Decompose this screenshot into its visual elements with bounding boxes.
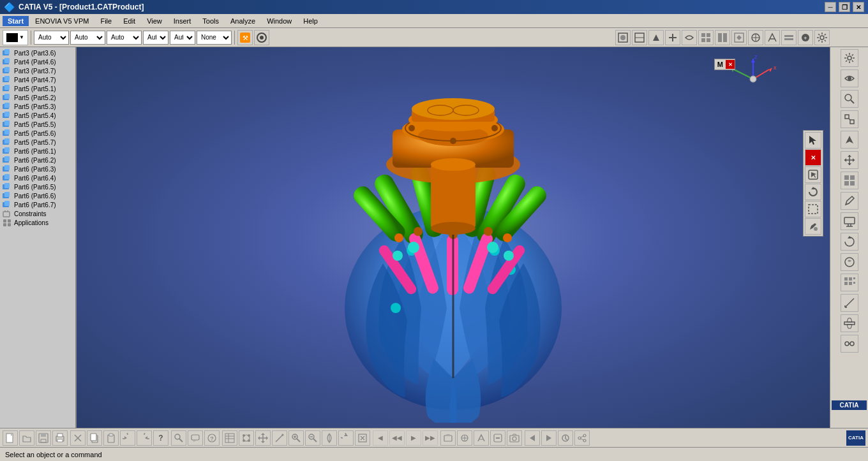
- tree-item-part5-6[interactable]: Part5 (Part5.6): [0, 129, 75, 138]
- menu-analyze[interactable]: Analyze: [225, 16, 260, 26]
- tb2-icon-11[interactable]: [781, 30, 797, 45]
- tb2-icon-9[interactable]: [748, 30, 763, 45]
- rp-arrows-button[interactable]: [841, 151, 858, 169]
- minimize-button[interactable]: ─: [825, 2, 836, 12]
- menu-edit[interactable]: Edit: [118, 16, 140, 26]
- bt-nav-right[interactable]: [541, 430, 557, 446]
- menu-window[interactable]: Window: [262, 16, 297, 26]
- menu-start[interactable]: Start: [3, 16, 29, 26]
- bt-constraint-2[interactable]: ◀◀: [389, 430, 405, 446]
- rp-grid-button[interactable]: [841, 172, 858, 189]
- bt-object-btn-1[interactable]: [440, 430, 456, 446]
- tree-item-part5-2[interactable]: Part5 (Part5.2): [0, 93, 75, 102]
- rp-measure-button[interactable]: [841, 294, 858, 312]
- bt-undo-button[interactable]: [120, 430, 135, 446]
- bt-print-button[interactable]: [52, 430, 68, 446]
- fp-icon-cursor[interactable]: [805, 132, 821, 149]
- tb2-icon-8[interactable]: [731, 30, 747, 45]
- tb2-icon-4[interactable]: [665, 30, 680, 45]
- tree-item-part6-1[interactable]: Part6 (Part6.1): [0, 147, 75, 156]
- tree-item-part3-7[interactable]: Part3 (Part3.7): [0, 66, 75, 75]
- tree-item-part5-1[interactable]: Part5 (Part5.1): [0, 84, 75, 93]
- graphic-select-none[interactable]: None: [197, 31, 232, 45]
- tree-item-part3-6[interactable]: Part3 (Part3.6): [0, 48, 75, 57]
- tree-item-part6-7[interactable]: Part6 (Part6.7): [0, 200, 75, 209]
- bt-zoom-out-button[interactable]: [305, 430, 320, 446]
- tool-btn-2[interactable]: [254, 30, 269, 45]
- bt-camera-button[interactable]: [507, 430, 522, 446]
- tree-item-applications[interactable]: Applications: [0, 218, 75, 227]
- bt-save-button[interactable]: [36, 430, 51, 446]
- bt-new-button[interactable]: [3, 430, 18, 446]
- restore-button[interactable]: ❐: [839, 2, 850, 12]
- rp-settings-button[interactable]: [841, 49, 858, 67]
- rp-pattern-button[interactable]: [841, 274, 858, 291]
- menu-tools[interactable]: Tools: [197, 16, 224, 26]
- rp-display-button[interactable]: [841, 212, 858, 230]
- bt-redo-button[interactable]: [137, 430, 152, 446]
- tree-item-part6-2[interactable]: Part6 (Part6.2): [0, 156, 75, 165]
- tb2-icon-12[interactable]: +: [798, 30, 813, 45]
- menu-insert[interactable]: Insert: [168, 16, 197, 26]
- rp-arrow-up-button[interactable]: [841, 131, 858, 149]
- fp-icon-box-select[interactable]: [805, 201, 821, 217]
- bt-copy-button[interactable]: [87, 430, 102, 446]
- bt-paste-button[interactable]: [103, 430, 119, 446]
- menu-file[interactable]: File: [95, 16, 117, 26]
- tb2-icon-6[interactable]: [698, 30, 714, 45]
- rp-view-button[interactable]: [841, 70, 858, 87]
- bt-table-button[interactable]: [222, 430, 237, 446]
- tb2-icon-3[interactable]: [648, 30, 664, 45]
- tree-item-part6-3[interactable]: Part6 (Part6.3): [0, 165, 75, 173]
- bt-open-button[interactable]: [19, 430, 34, 446]
- bt-history-button[interactable]: [558, 430, 573, 446]
- m-panel-close-button[interactable]: ✕: [726, 60, 735, 69]
- rp-zoom-button[interactable]: [841, 90, 858, 108]
- tree-item-part5-7[interactable]: Part5 (Part5.7): [0, 138, 75, 147]
- rp-transform-button[interactable]: [841, 314, 858, 332]
- tb2-icon-7[interactable]: [715, 30, 730, 45]
- fp-close-red[interactable]: ✕: [805, 149, 821, 166]
- title-bar-controls[interactable]: ─ ❐ ✕: [825, 2, 864, 12]
- fp-icon-select[interactable]: [805, 166, 821, 183]
- bt-constraint-4[interactable]: ▶▶: [423, 430, 438, 446]
- fp-icon-paint[interactable]: [805, 218, 821, 235]
- tool-btn-1[interactable]: ⚒: [237, 30, 253, 45]
- bt-cut-button[interactable]: [70, 430, 86, 446]
- close-button[interactable]: ✕: [853, 2, 864, 12]
- rp-pencil-button[interactable]: [841, 192, 858, 210]
- tree-item-part6-5[interactable]: Part6 (Part6.5): [0, 182, 75, 191]
- graphic-select-3[interactable]: Auto: [107, 31, 142, 45]
- tree-item-part5-5[interactable]: Part5 (Part5.5): [0, 120, 75, 129]
- fp-icon-rotate[interactable]: [805, 184, 821, 200]
- bt-move-button[interactable]: [255, 430, 271, 446]
- rp-extra-button[interactable]: [841, 335, 858, 353]
- bt-snap-button[interactable]: [239, 430, 254, 446]
- bt-nav-left[interactable]: [525, 430, 540, 446]
- bt-object-btn-2[interactable]: [457, 430, 472, 446]
- color-swatch[interactable]: ▼: [3, 30, 28, 45]
- bt-view-fit-button[interactable]: [355, 430, 370, 446]
- tree-item-constraints[interactable]: Constraints: [0, 209, 75, 218]
- tb2-icon-gear[interactable]: [814, 30, 830, 45]
- 3d-viewport[interactable]: x y z M ✕ ✕: [77, 47, 830, 428]
- bt-object-btn-3[interactable]: [474, 430, 489, 446]
- bt-help-button[interactable]: ?: [153, 430, 168, 446]
- tree-item-part4-6[interactable]: Part4 (Part4.6): [0, 57, 75, 66]
- tb2-icon-2[interactable]: [632, 30, 647, 45]
- bt-share-button[interactable]: [574, 430, 590, 446]
- graphic-select-2[interactable]: Auto: [70, 31, 105, 45]
- bt-rotate-view-button[interactable]: [338, 430, 354, 446]
- bt-constraint-1[interactable]: ◀: [373, 430, 388, 446]
- tree-item-part6-4[interactable]: Part6 (Part6.4): [0, 173, 75, 182]
- rp-scale-button[interactable]: [841, 110, 858, 128]
- graphic-select-1[interactable]: Auto: [34, 31, 69, 45]
- graphic-select-4[interactable]: Aut: [143, 31, 168, 45]
- bt-find-button[interactable]: [171, 430, 186, 446]
- menu-enovia[interactable]: ENOVIA V5 VPM: [30, 16, 94, 26]
- bt-pan-button[interactable]: [322, 430, 337, 446]
- tree-item-part5-4[interactable]: Part5 (Part5.4): [0, 111, 75, 120]
- tb2-icon-10[interactable]: [765, 30, 780, 45]
- bt-question-button[interactable]: ?: [204, 430, 220, 446]
- tree-item-part4-7[interactable]: Part4 (Part4.7): [0, 75, 75, 84]
